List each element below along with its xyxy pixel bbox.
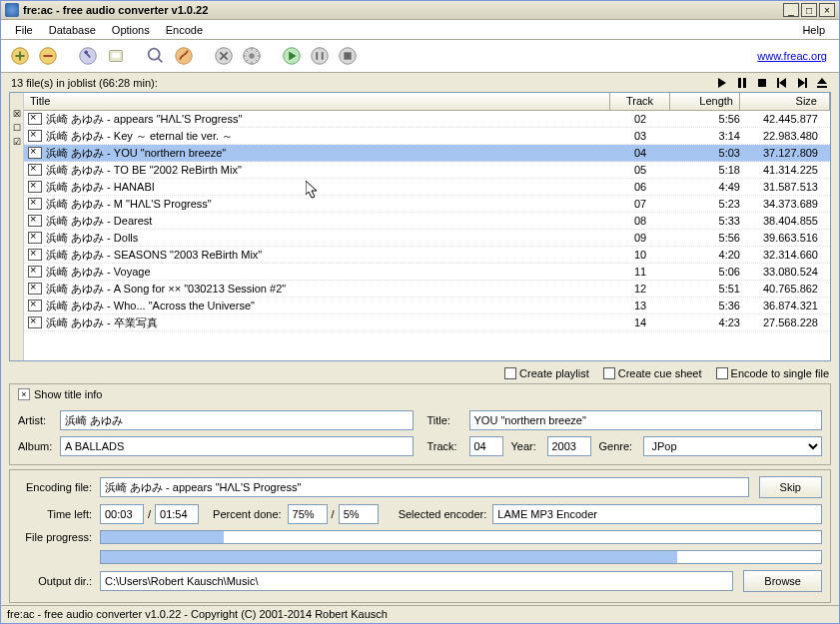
minimize-button[interactable]: _: [783, 3, 799, 17]
row-length: 5:23: [670, 198, 740, 210]
remove-button[interactable]: [35, 43, 61, 69]
row-checkbox[interactable]: [28, 113, 42, 125]
svg-rect-5: [112, 53, 119, 58]
close-panel-button[interactable]: ×: [18, 388, 30, 400]
stop-icon[interactable]: [755, 76, 769, 90]
add-files-button[interactable]: [7, 43, 33, 69]
row-length: 5:18: [670, 164, 740, 176]
row-size: 22.983.480: [740, 130, 830, 142]
file-progress-label: File progress:: [18, 531, 100, 543]
menu-help[interactable]: Help: [794, 22, 833, 38]
play-icon[interactable]: [715, 76, 729, 90]
row-checkbox[interactable]: [28, 249, 42, 261]
row-checkbox[interactable]: [28, 147, 42, 159]
settings-button[interactable]: [239, 43, 265, 69]
skip-button[interactable]: Skip: [759, 476, 822, 498]
album-input[interactable]: [60, 436, 414, 456]
row-track: 03: [610, 130, 670, 142]
row-length: 5:06: [670, 266, 740, 278]
file-progress-bar: [100, 530, 822, 544]
next-icon[interactable]: [795, 76, 809, 90]
row-size: 39.663.516: [740, 232, 830, 244]
query-cddb-button[interactable]: [143, 43, 169, 69]
row-checkbox[interactable]: [28, 283, 42, 295]
table-row[interactable]: 浜崎 あゆみ - SEASONS "2003 ReBirth Mix"104:2…: [24, 247, 830, 264]
col-title[interactable]: Title: [24, 93, 610, 110]
artist-input[interactable]: [60, 410, 414, 430]
table-row[interactable]: 浜崎 あゆみ - TO BE "2002 ReBirth Mix"055:184…: [24, 162, 830, 179]
overall-progress-bar: [100, 550, 822, 564]
close-button[interactable]: ×: [819, 3, 835, 17]
track-input[interactable]: [469, 436, 503, 456]
col-length[interactable]: Length: [670, 93, 740, 110]
menu-file[interactable]: File: [7, 22, 41, 38]
table-row[interactable]: 浜崎 あゆみ - appears "HΛL'S Progress"025:564…: [24, 111, 830, 128]
row-checkbox[interactable]: [28, 316, 42, 328]
app-icon: [5, 3, 19, 17]
row-track: 13: [610, 300, 670, 312]
toolbar: www.freac.org: [1, 40, 839, 73]
year-input[interactable]: [547, 436, 591, 456]
genre-label: Genre:: [599, 440, 643, 452]
encode-single-checkbox[interactable]: Encode to single file: [716, 367, 829, 379]
row-checkbox[interactable]: [28, 164, 42, 176]
menu-options[interactable]: Options: [104, 22, 158, 38]
joblist-table: ☒☐☑ Title Track Length Size 浜崎 あゆみ - app…: [9, 92, 831, 361]
create-playlist-checkbox[interactable]: Create playlist: [504, 367, 589, 379]
row-size: 40.765.862: [740, 283, 830, 295]
website-link[interactable]: www.freac.org: [757, 50, 827, 62]
prev-icon[interactable]: [775, 76, 789, 90]
title-input[interactable]: [469, 410, 823, 430]
row-length: 5:03: [670, 147, 740, 159]
eject-icon[interactable]: [815, 76, 829, 90]
row-checkbox[interactable]: [28, 181, 42, 193]
browse-button[interactable]: Browse: [743, 570, 822, 592]
row-length: 5:51: [670, 283, 740, 295]
row-size: 37.127.809: [740, 147, 830, 159]
percent-total: [339, 504, 379, 524]
stop-encode-button[interactable]: [335, 43, 361, 69]
start-encode-button[interactable]: [279, 43, 305, 69]
table-row[interactable]: 浜崎 あゆみ - M "HΛL'S Progress"075:2334.373.…: [24, 196, 830, 213]
configure-button[interactable]: [211, 43, 237, 69]
svg-rect-16: [743, 78, 746, 88]
row-checkbox[interactable]: [28, 198, 42, 210]
table-row[interactable]: 浜崎 あゆみ - HANABI064:4931.587.513: [24, 179, 830, 196]
play-preview-button[interactable]: [75, 43, 101, 69]
row-track: 11: [610, 266, 670, 278]
pause-icon[interactable]: [735, 76, 749, 90]
table-row[interactable]: 浜崎 あゆみ - Who... "Across the Universe"135…: [24, 298, 830, 314]
svg-point-3: [84, 50, 88, 54]
table-row[interactable]: 浜崎 あゆみ - YOU "northern breeze"045:0337.1…: [24, 145, 830, 162]
table-row[interactable]: 浜崎 あゆみ - Dearest085:3338.404.855: [24, 213, 830, 230]
table-row[interactable]: 浜崎 あゆみ - 卒業写真144:2327.568.228: [24, 314, 830, 331]
titlebar: fre:ac - free audio converter v1.0.22 _ …: [1, 1, 839, 20]
row-checkbox[interactable]: [28, 130, 42, 142]
row-checkbox[interactable]: [28, 215, 42, 227]
col-track[interactable]: Track: [610, 93, 670, 110]
genre-select[interactable]: JPop: [643, 436, 823, 456]
row-checkbox[interactable]: [28, 232, 42, 244]
row-length: 5:56: [670, 232, 740, 244]
row-markers: ☒☐☑: [10, 93, 24, 360]
submit-cddb-button[interactable]: [171, 43, 197, 69]
table-row[interactable]: 浜崎 あゆみ - Dolls095:5639.663.516: [24, 230, 830, 247]
row-length: 5:33: [670, 215, 740, 227]
row-checkbox[interactable]: [28, 266, 42, 278]
output-dir-field[interactable]: [100, 571, 733, 591]
create-cuesheet-checkbox[interactable]: Create cue sheet: [603, 367, 702, 379]
pause-encode-button[interactable]: [307, 43, 333, 69]
maximize-button[interactable]: □: [801, 3, 817, 17]
table-row[interactable]: 浜崎 あゆみ - A Song for ×× "030213 Session #…: [24, 281, 830, 298]
menu-encode[interactable]: Encode: [158, 22, 211, 38]
table-row[interactable]: 浜崎 あゆみ - Voyage115:0633.080.524: [24, 264, 830, 281]
row-title: 浜崎 あゆみ - Voyage: [46, 265, 610, 280]
row-checkbox[interactable]: [28, 300, 42, 312]
table-row[interactable]: 浜崎 あゆみ - Key ～ eternal tie ver. ～033:142…: [24, 128, 830, 145]
row-track: 04: [610, 147, 670, 159]
menu-database[interactable]: Database: [41, 22, 104, 38]
row-track: 05: [610, 164, 670, 176]
col-size[interactable]: Size: [740, 93, 830, 110]
open-cd-button[interactable]: [103, 43, 129, 69]
time-left-track: [100, 504, 144, 524]
